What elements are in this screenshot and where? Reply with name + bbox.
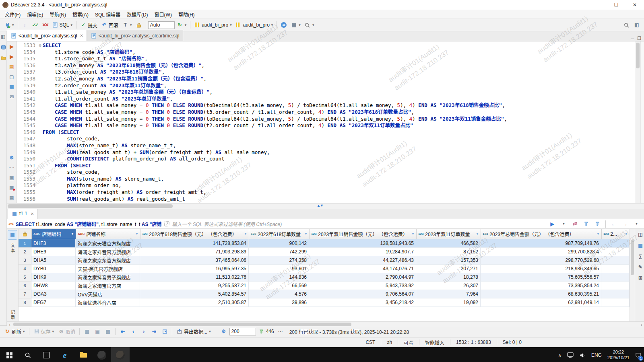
task-view-button[interactable] <box>37 347 56 362</box>
cell-r3c8[interactable] <box>601 256 630 265</box>
scrollbar-thumb[interactable] <box>13 323 351 326</box>
app-taskbar-button-1[interactable] <box>93 347 111 362</box>
cell-r6c1[interactable]: DHW8 <box>31 282 76 290</box>
problems-button[interactable]: ▣ <box>7 184 17 192</box>
export-from-query-button[interactable]: ✉ <box>7 93 17 101</box>
filter-history-forward-button[interactable]: → <box>620 220 630 228</box>
column-header-6[interactable]: 1232023年总销售金额（元） （包含运费）▼ <box>481 229 602 239</box>
scrollbar-thumb[interactable] <box>631 240 634 275</box>
close-tab-icon[interactable]: ✕ <box>80 33 83 38</box>
execute-script-button[interactable]: ▤ <box>7 63 17 71</box>
filter-history-caret-button[interactable]: ▾ <box>632 220 641 228</box>
last-row-button[interactable]: ⇥ <box>149 327 159 335</box>
quick-search-button[interactable] <box>621 21 631 29</box>
table-row-6[interactable]: 6DHW8海澜之家淘宝官方店9,255,587.2166,5695,943,73… <box>19 282 630 290</box>
ie-taskbar-button[interactable]: e <box>56 347 74 362</box>
action-center-button[interactable]: 1 <box>632 347 644 362</box>
column-header-3[interactable]: 1232023年618订单数量▼ <box>249 229 310 239</box>
cell-r1c3[interactable]: 141,728,853.84 <box>140 239 249 248</box>
row-count-badge[interactable]: 446 <box>257 327 276 335</box>
calc-panel-button[interactable]: ∑ <box>636 252 644 260</box>
more-status-button[interactable]: ··· <box>277 328 285 335</box>
fold-marker-icon[interactable]: ⊖ <box>37 42 43 49</box>
compare-button[interactable]: ⇄ <box>279 21 289 29</box>
cell-r5c5[interactable]: 2,790,044.97 <box>309 273 416 282</box>
row-number[interactable]: 5 <box>19 273 31 282</box>
transaction-mode-button[interactable]: T▾ <box>120 21 134 29</box>
cell-r8c3[interactable]: 2,510,305.87 <box>140 298 249 307</box>
column-filter-caret-icon[interactable]: ▼ <box>411 232 415 236</box>
cell-r8c8[interactable] <box>601 298 630 307</box>
cancel-button[interactable]: ⊘取消 <box>56 327 77 336</box>
taskbar-search-button[interactable] <box>19 347 37 362</box>
cell-r4c1[interactable]: DYB0 <box>31 265 76 273</box>
editor-vertical-scrollbar[interactable] <box>635 41 640 203</box>
apply-filter-caret-button[interactable]: ▾ <box>559 220 568 228</box>
explain-plan-button[interactable]: ▢ <box>7 73 17 81</box>
column-header-4[interactable]: 1232023年双11销售金额（元） （包含运费）▼ <box>310 229 417 239</box>
result-tab[interactable]: ▦ t1 1 ✕ <box>8 208 37 219</box>
cell-r3c2[interactable]: 海澜之家京东官方旗舰店 <box>76 256 140 265</box>
column-filter-caret-icon[interactable]: ▼ <box>304 232 308 236</box>
cell-r2c4[interactable]: 742,299 <box>249 248 309 256</box>
first-row-button[interactable]: ⇤ <box>118 327 128 335</box>
menu-item-4[interactable]: SQL 编辑器 <box>92 10 124 19</box>
commit-mini-button[interactable]: ✓✓ <box>30 21 40 29</box>
cell-r1c6[interactable]: 466,582 <box>416 239 481 248</box>
volume-icon[interactable] <box>576 347 588 362</box>
save-filter-button[interactable] <box>581 220 591 228</box>
fetch-size-input[interactable]: 200 <box>229 328 256 335</box>
new-connection-button[interactable]: ▾ <box>2 21 16 29</box>
menu-item-2[interactable]: 导航(N) <box>46 10 69 19</box>
editor-tab-1[interactable]: <audit_bi_pro> analysis_cleartime.sql <box>87 30 183 41</box>
sql-code-area[interactable]: 1533⊖SELECT1534 t1.store_code AS "店铺编码",… <box>17 41 635 203</box>
column-header-0[interactable]: ABC店铺编码▼ <box>32 229 76 239</box>
text-view-tab[interactable]: 文本 <box>9 243 16 253</box>
cell-r2c5[interactable]: 19,284,907.7 <box>309 248 416 256</box>
cell-r2c1[interactable]: DHE9 <box>31 248 76 256</box>
cell-r3c6[interactable]: 157,353 <box>416 256 481 265</box>
cell-r8c2[interactable]: 海澜优选抖音八店 <box>76 298 140 307</box>
cell-r4c5[interactable]: 43,174,076.71 <box>309 265 416 273</box>
column-header-2[interactable]: 1232023年618销售金额（元） （包含运费）▼ <box>140 229 249 239</box>
table-row-1[interactable]: 1DHF3海澜之家天猫官方旗舰店141,728,853.84900,142138… <box>19 239 630 248</box>
table-row-7[interactable]: 7DGA3OVV天猫店5,402,854.574,5769,706,564.07… <box>19 290 630 298</box>
tray-display-icon[interactable] <box>564 347 576 362</box>
cell-r2c2[interactable]: 海澜之家抖音官方旗舰店 <box>76 248 140 256</box>
lock-icon-button[interactable] <box>134 21 144 29</box>
prev-row-button[interactable]: ‹ <box>128 327 138 335</box>
copy-button[interactable]: ▣ <box>7 174 17 182</box>
cell-r6c3[interactable]: 9,255,587.21 <box>140 282 249 290</box>
cell-r1c1[interactable]: DHF3 <box>31 239 76 248</box>
cell-r3c4[interactable]: 274,358 <box>249 256 309 265</box>
menu-item-5[interactable]: 数据库(D) <box>124 10 151 19</box>
save-button[interactable]: 保存▾ <box>32 327 56 336</box>
result-settings-button[interactable]: ⚙ <box>219 327 229 335</box>
duplicate-row-button[interactable]: ▣ <box>93 327 102 335</box>
execute-statement-button[interactable]: ▶ <box>7 43 17 51</box>
row-number[interactable]: 6 <box>19 282 31 290</box>
row-number[interactable]: 4 <box>19 265 31 273</box>
schema-combo[interactable]: audit_bi_pro▾ <box>234 21 275 29</box>
statistics-button[interactable]: ▦ <box>7 83 17 91</box>
scrollbar-thumb[interactable] <box>636 43 640 68</box>
start-button[interactable] <box>0 347 19 362</box>
metadata-panel-button[interactable]: ⊞ <box>636 274 644 282</box>
erase-filter-button[interactable] <box>570 220 580 228</box>
column-filter-caret-icon[interactable]: ▼ <box>244 232 247 236</box>
maximize-window-button[interactable]: ☐ <box>607 0 625 10</box>
cell-r5c8[interactable] <box>601 273 630 282</box>
rollback-mini-button[interactable]: ✕✕ <box>40 21 50 29</box>
cell-r2c6[interactable]: 87,152 <box>416 248 481 256</box>
cell-r5c6[interactable]: 18,278 <box>416 273 481 282</box>
menu-item-3[interactable]: 搜索(A) <box>69 10 92 19</box>
scrollbar-thumb[interactable] <box>8 204 173 208</box>
datasource-combo[interactable]: audit_bi_pro▾ <box>192 21 233 29</box>
cell-r5c7[interactable]: 75,605,556.57 <box>481 273 601 282</box>
minimize-editor-panel-icon[interactable]: ─ <box>631 36 634 41</box>
cell-r6c2[interactable]: 海澜之家淘宝官方店 <box>76 282 140 290</box>
next-row-button[interactable]: › <box>139 327 149 335</box>
row-number[interactable]: 1 <box>19 239 31 248</box>
cell-r3c1[interactable]: DHA5 <box>31 256 76 265</box>
row-number[interactable]: 3 <box>19 256 31 265</box>
